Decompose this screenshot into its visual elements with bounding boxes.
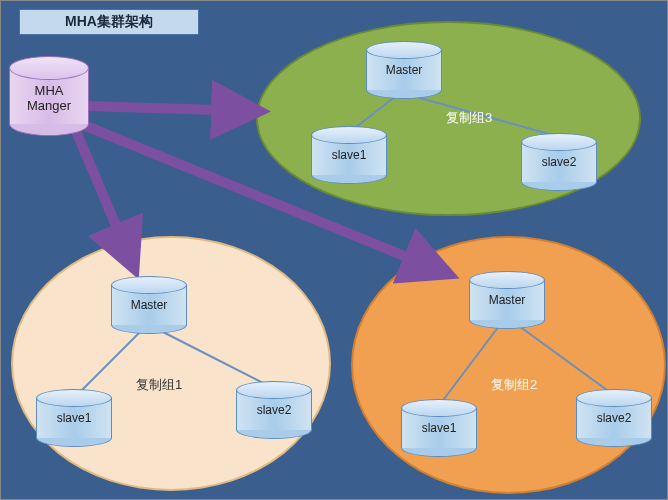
group2-slave1-node: slave1 xyxy=(401,399,477,457)
replication-group-1 xyxy=(11,236,331,491)
mha-manager-node: MHAManger xyxy=(9,56,89,136)
title-text: MHA集群架构 xyxy=(65,13,153,31)
group3-slave1-node: slave1 xyxy=(311,126,387,184)
group1-master-node: Master xyxy=(111,276,187,334)
group2-slave1-label: slave1 xyxy=(401,421,477,435)
svg-line-6 xyxy=(86,106,251,111)
group3-label: 复制组3 xyxy=(446,109,492,127)
group3-slave1-label: slave1 xyxy=(311,148,387,162)
group3-master-label: Master xyxy=(366,63,442,77)
group1-slave2-label: slave2 xyxy=(236,403,312,417)
mha-manager-label: MHAManger xyxy=(9,84,89,114)
group1-label: 复制组1 xyxy=(136,376,182,394)
group1-slave1-node: slave1 xyxy=(36,389,112,447)
group3-master-node: Master xyxy=(366,41,442,99)
group3-slave2-label: slave2 xyxy=(521,155,597,169)
group2-slave2-node: slave2 xyxy=(576,389,652,447)
group1-slave1-label: slave1 xyxy=(36,411,112,425)
group2-master-label: Master xyxy=(469,293,545,307)
group2-master-node: Master xyxy=(469,271,545,329)
group2-label: 复制组2 xyxy=(491,376,537,394)
group2-slave2-label: slave2 xyxy=(576,411,652,425)
diagram-title: MHA集群架构 xyxy=(19,9,199,35)
group3-slave2-node: slave2 xyxy=(521,133,597,191)
group1-master-label: Master xyxy=(111,298,187,312)
group1-slave2-node: slave2 xyxy=(236,381,312,439)
